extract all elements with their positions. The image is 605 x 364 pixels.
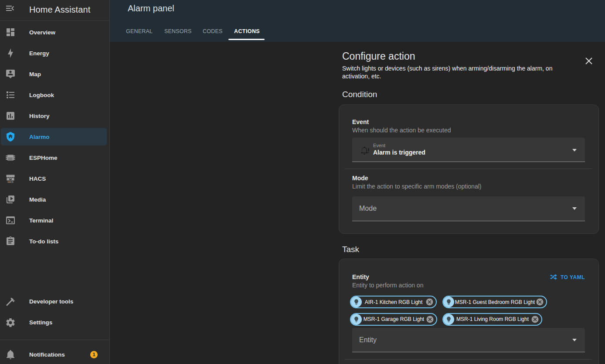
- svg-text:HACS: HACS: [7, 181, 13, 183]
